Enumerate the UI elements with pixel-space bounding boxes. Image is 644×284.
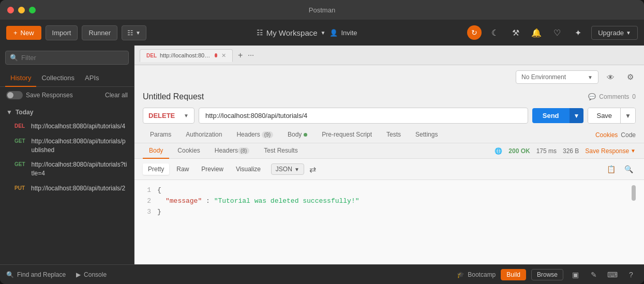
- tab-add-button[interactable]: +: [235, 51, 246, 60]
- response-status: 200 OK: [508, 147, 530, 155]
- crescent-icon-button[interactable]: ☾: [488, 25, 502, 40]
- save-button-wrap: Save ▼: [588, 108, 636, 124]
- tab-close-icon[interactable]: ✕: [221, 52, 226, 59]
- build-button[interactable]: Build: [501, 269, 526, 280]
- bell-icon-button[interactable]: 🔔: [529, 25, 544, 40]
- wrench-icon-button[interactable]: ⚒: [508, 25, 523, 40]
- console-button[interactable]: ▶ Console: [76, 271, 107, 278]
- response-value: "Tutorial was deleted successfully!": [214, 197, 360, 205]
- minimize-button[interactable]: [18, 7, 25, 13]
- view-tab-preview[interactable]: Preview: [196, 163, 229, 175]
- tab-more-button[interactable]: ⋯: [248, 52, 254, 59]
- tab-authorization[interactable]: Authorization: [178, 127, 229, 143]
- list-item[interactable]: GET http://localhost:8080/api/tutorials/…: [0, 134, 134, 158]
- response-view-bar: Pretty Raw Preview Visualize JSON ▼ ⇄ 📋 …: [134, 159, 644, 180]
- env-label: No Environment: [521, 73, 566, 81]
- builder-icon-button[interactable]: ☷ ▼: [122, 25, 146, 40]
- tab-body[interactable]: Body: [280, 127, 314, 143]
- save-responses-toggle[interactable]: [6, 91, 23, 99]
- tab-tests[interactable]: Tests: [379, 127, 408, 143]
- list-item[interactable]: DEL http://localhost:8080/api/tutorials/…: [0, 119, 134, 134]
- wrap-button[interactable]: ⇄: [306, 165, 319, 174]
- response-size: 326 B: [563, 147, 579, 155]
- response-meta: 🌐 200 OK 175 ms 326 B Save Response ▼: [495, 147, 636, 155]
- save-responses-label: Save Responses: [26, 92, 73, 99]
- comments-button[interactable]: 💬 Comments 0: [588, 93, 636, 100]
- console-label: Console: [84, 271, 107, 278]
- list-item[interactable]: GET http://localhost:8080/api/tutorials?…: [0, 157, 134, 181]
- copy-button[interactable]: 📋: [604, 162, 618, 176]
- code-link-button[interactable]: Code: [621, 131, 636, 139]
- save-button[interactable]: Save: [588, 108, 620, 123]
- send-button-wrap: Send ▼: [532, 108, 584, 123]
- comments-count: 0: [632, 93, 636, 100]
- view-tab-pretty[interactable]: Pretty: [143, 163, 169, 175]
- send-dropdown-button[interactable]: ▼: [570, 108, 584, 123]
- save-response-label: Save Response: [585, 147, 629, 155]
- sidebar-tab-collections[interactable]: Collections: [36, 70, 80, 87]
- save-response-button[interactable]: Save Response ▼: [585, 147, 636, 155]
- method-badge-del: DEL: [12, 123, 27, 129]
- resp-headers-label: Headers: [215, 147, 238, 154]
- new-button[interactable]: + New: [6, 26, 41, 40]
- invite-button[interactable]: 👤 Invite: [330, 29, 357, 37]
- workspace-button[interactable]: ☷ My Workspace ▼: [257, 28, 326, 37]
- keyboard-icon-button[interactable]: ⌨: [606, 268, 619, 281]
- clear-all-button[interactable]: Clear all: [105, 92, 128, 99]
- view-tab-raw[interactable]: Raw: [171, 163, 194, 175]
- env-eye-button[interactable]: 👁: [603, 69, 618, 85]
- resp-tab-cookies[interactable]: Cookies: [171, 143, 206, 159]
- tab-url-label: http://localhost:8080/api/tutori...: [160, 52, 212, 58]
- env-settings-button[interactable]: ⚙: [622, 69, 638, 85]
- workspace-grid-icon: ☷: [257, 28, 263, 37]
- split-icon-button[interactable]: ✎: [587, 268, 601, 281]
- scrollbar-area[interactable]: [632, 185, 636, 259]
- request-tab-active[interactable]: DEL http://localhost:8080/api/tutori... …: [140, 49, 233, 62]
- maximize-button[interactable]: [29, 7, 36, 13]
- runner-button[interactable]: Runner: [82, 25, 117, 40]
- comments-icon: 💬: [588, 93, 596, 100]
- resp-tab-test-results[interactable]: Test Results: [258, 143, 304, 159]
- sidebar-tabs: History Collections APIs: [0, 70, 134, 87]
- layout-icon-button[interactable]: ▣: [568, 268, 582, 281]
- sidebar-tab-apis[interactable]: APIs: [80, 70, 104, 87]
- import-button[interactable]: Import: [46, 25, 78, 40]
- chevron-down-icon: ▼: [6, 109, 12, 116]
- browse-button[interactable]: Browse: [531, 269, 563, 280]
- tab-headers[interactable]: Headers(9): [229, 127, 280, 143]
- cookies-link-button[interactable]: Cookies: [595, 131, 618, 139]
- tab-settings[interactable]: Settings: [408, 127, 445, 143]
- sync-icon[interactable]: ↻: [467, 25, 482, 40]
- search-input[interactable]: [21, 54, 124, 62]
- method-select[interactable]: DELETE ▼: [143, 108, 194, 124]
- today-label: Today: [16, 109, 33, 116]
- sidebar-tab-history[interactable]: History: [5, 70, 36, 87]
- invite-label: Invite: [341, 29, 357, 37]
- satellite-icon-button[interactable]: ✦: [571, 25, 585, 40]
- resp-tab-body[interactable]: Body: [143, 143, 169, 159]
- close-button[interactable]: [7, 7, 14, 13]
- history-list: ▼ Today DEL http://localhost:8080/api/tu…: [0, 103, 134, 264]
- globe-icon: 🌐: [495, 147, 502, 155]
- history-url: http://localhost:8080/api/tutorials/publ…: [32, 137, 128, 155]
- json-format-select[interactable]: JSON ▼: [271, 163, 304, 175]
- find-replace-button[interactable]: 🔍 Find and Replace: [6, 271, 66, 278]
- bootcamp-button[interactable]: 🎓 Bootcamp: [457, 271, 496, 278]
- env-bar: No Environment ▼ 👁 ⚙: [134, 65, 644, 89]
- upgrade-button[interactable]: Upgrade ▼: [591, 26, 638, 40]
- save-dropdown-button[interactable]: ▼: [620, 108, 635, 123]
- url-input[interactable]: [199, 108, 528, 124]
- tab-params[interactable]: Params: [143, 127, 178, 143]
- help-icon-button[interactable]: ?: [624, 268, 638, 281]
- tab-pre-request[interactable]: Pre-request Script: [314, 127, 379, 143]
- body-label: Body: [288, 131, 302, 138]
- today-section-header[interactable]: ▼ Today: [0, 106, 134, 119]
- resp-tab-headers[interactable]: Headers(8): [208, 143, 256, 159]
- view-tab-visualize[interactable]: Visualize: [231, 163, 266, 175]
- environment-select[interactable]: No Environment ▼: [516, 70, 598, 84]
- search-response-button[interactable]: 🔍: [621, 162, 636, 176]
- heart-icon-button[interactable]: ♡: [550, 25, 564, 40]
- tab-method-label: DEL: [146, 53, 157, 58]
- list-item[interactable]: PUT http://localhost:8080/api/tutorials/…: [0, 181, 134, 196]
- send-button[interactable]: Send: [532, 108, 570, 123]
